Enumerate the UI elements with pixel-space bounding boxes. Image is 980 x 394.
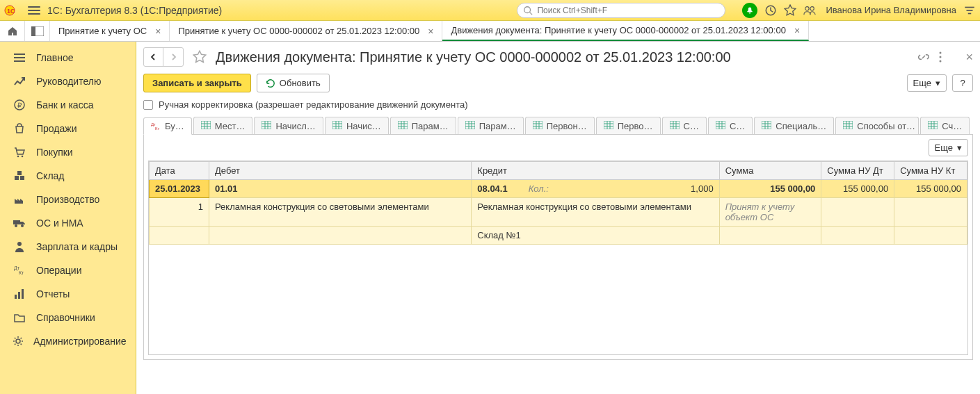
subtab-register[interactable]: С… — [708, 117, 753, 134]
tab-document-movements[interactable]: Движения документа: Принятие к учету ОС … — [442, 21, 809, 41]
sidebar-item-sales[interactable]: Продажи — [0, 117, 136, 140]
subtab-register[interactable]: Начисл… — [254, 117, 323, 134]
subtab-register[interactable]: Парам… — [390, 117, 456, 134]
sidebar-item-reports[interactable]: Отчеты — [0, 282, 136, 306]
sidebar-item-manager[interactable]: Руководителю — [0, 69, 136, 93]
sidebar-label: Операции — [36, 265, 82, 276]
svg-rect-67 — [604, 121, 613, 129]
notifications-icon[interactable] — [742, 3, 757, 18]
svg-rect-20 — [20, 176, 24, 180]
sidebar-item-catalogs[interactable]: Справочники — [0, 306, 136, 329]
settings-filter-icon[interactable] — [963, 4, 976, 17]
subtab-register[interactable]: Парам… — [458, 117, 524, 134]
current-user[interactable]: Иванова Ирина Владимировна — [826, 5, 956, 15]
sidebar-label: Руководителю — [36, 76, 101, 87]
col-credit[interactable]: Кредит — [472, 162, 719, 180]
subtab-label: С… — [684, 121, 699, 131]
close-icon[interactable]: × — [794, 25, 800, 36]
svg-rect-29 — [18, 292, 20, 299]
history-icon[interactable] — [764, 4, 777, 17]
help-button[interactable]: ? — [952, 74, 973, 92]
sidebar-item-production[interactable]: Производство — [0, 188, 136, 211]
svg-rect-28 — [15, 295, 17, 299]
close-page-icon[interactable]: × — [965, 50, 973, 65]
svg-point-31 — [16, 339, 20, 343]
panel-toggle-icon[interactable] — [25, 21, 50, 41]
tab-document-2[interactable]: Принятие к учету ОС 0000-000002 от 25.01… — [170, 21, 442, 41]
subtab-register[interactable]: Перво… — [596, 117, 661, 134]
grid-icon — [533, 121, 543, 131]
factory-icon — [13, 193, 26, 206]
table-row[interactable]: Склад №1 — [150, 227, 967, 245]
grid-icon — [398, 121, 408, 131]
col-sum[interactable]: Сумма — [719, 162, 821, 180]
manual-edit-checkbox[interactable] — [143, 100, 153, 110]
svg-point-18 — [22, 156, 24, 158]
tab-document-1[interactable]: Принятие к учету ОС × — [50, 21, 170, 41]
sidebar-item-bank[interactable]: ₽ Банк и касса — [0, 93, 136, 117]
nav-forward-button[interactable] — [163, 48, 183, 66]
subtab-label: Специаль… — [776, 121, 826, 131]
cell-date: 25.01.2023 — [150, 180, 209, 198]
close-icon[interactable]: × — [428, 26, 433, 37]
link-icon[interactable] — [918, 51, 929, 63]
subtab-register[interactable]: Мест… — [193, 117, 253, 134]
favorite-star-icon[interactable] — [784, 4, 796, 17]
search-input[interactable] — [537, 6, 719, 15]
sidebar-item-admin[interactable]: Администрирование — [0, 329, 136, 353]
refresh-button[interactable]: Обновить — [257, 74, 330, 92]
main-menu-icon[interactable] — [28, 6, 40, 15]
grid-icon — [928, 121, 938, 131]
col-debit[interactable]: Дебет — [209, 162, 472, 180]
cell-sum-nu-kt: 155 000,00 — [894, 180, 967, 198]
svg-point-6 — [810, 6, 814, 10]
subtab-register[interactable]: Сч… — [920, 117, 970, 134]
col-sum-nu-kt[interactable]: Сумма НУ Кт — [894, 162, 967, 180]
sidebar-label: Покупки — [36, 147, 73, 158]
subtab-register[interactable]: Первон… — [525, 117, 595, 134]
grid-icon — [201, 121, 211, 131]
cell-empty — [821, 227, 894, 245]
table-row[interactable]: 1 Рекламная конструкция со световыми эле… — [150, 198, 967, 227]
close-icon[interactable]: × — [155, 26, 161, 37]
col-sum-nu-dt[interactable]: Сумма НУ Дт — [821, 162, 894, 180]
cell-sum-note: Принят к учету объект ОС — [719, 198, 821, 227]
boxes-icon — [13, 170, 26, 182]
more-vertical-icon[interactable] — [939, 51, 950, 63]
sidebar-item-hr[interactable]: Зарплата и кадры — [0, 235, 136, 258]
sidebar-item-main[interactable]: Главное — [0, 46, 136, 69]
subtab-label: Первон… — [547, 121, 587, 131]
sidebar-item-assets[interactable]: ОС и НМА — [0, 211, 136, 235]
table-row[interactable]: 25.01.2023 01.01 08.04.1 Кол.: 1,000 — [150, 180, 967, 198]
sidebar-item-purchases[interactable]: Покупки — [0, 140, 136, 164]
subtab-label: Мест… — [215, 121, 246, 131]
user-icon[interactable] — [803, 4, 816, 17]
table-more-button[interactable]: Еще▾ — [929, 139, 968, 156]
sidebar-item-warehouse[interactable]: Склад — [0, 164, 136, 188]
home-button[interactable] — [0, 21, 25, 41]
col-date[interactable]: Дата — [150, 162, 209, 180]
favorite-toggle-icon[interactable] — [192, 49, 207, 65]
svg-rect-19 — [15, 176, 19, 180]
tab-label: Принятие к учету ОС 0000-000002 от 25.01… — [178, 26, 419, 36]
subtab-accounting[interactable]: ДтКтБу… — [143, 117, 192, 135]
cell-empty — [719, 227, 821, 245]
folder-icon — [13, 311, 26, 324]
global-search[interactable] — [517, 3, 725, 18]
svg-point-17 — [17, 156, 19, 158]
cell-line-no: 1 — [150, 198, 209, 227]
nav-back-button[interactable] — [144, 48, 163, 66]
left-sidebar: Главное Руководителю ₽ Банк и касса Прод… — [0, 42, 136, 394]
subtab-register[interactable]: Способы от… — [835, 117, 919, 134]
accounting-grid[interactable]: Дата Дебет Кредит Сумма Сумма НУ Дт Сумм… — [148, 161, 968, 355]
sidebar-item-operations[interactable]: ДтКт Операции — [0, 258, 136, 282]
subtab-register[interactable]: С… — [662, 117, 707, 134]
subtab-register[interactable]: Начис… — [325, 117, 389, 134]
subtab-register[interactable]: Специаль… — [754, 117, 834, 134]
search-icon — [523, 6, 533, 15]
save-and-close-button[interactable]: Записать и закрыть — [143, 74, 251, 92]
sidebar-label: Банк и касса — [36, 99, 93, 110]
svg-text:Кт: Кт — [155, 126, 159, 130]
subtab-label: Способы от… — [857, 121, 915, 131]
more-menu-button[interactable]: Еще▾ — [907, 74, 947, 92]
